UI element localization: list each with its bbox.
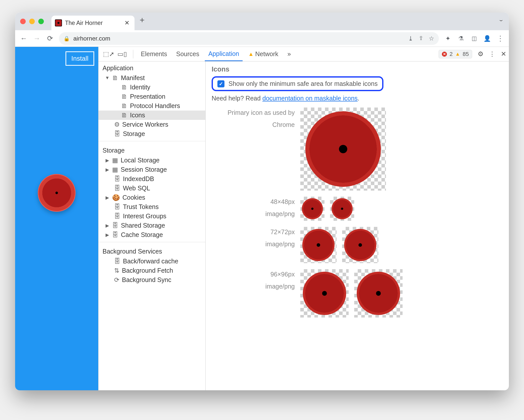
icon-size-48: 48×48px xyxy=(212,197,295,207)
bookmark-icon[interactable]: ☆ xyxy=(429,35,434,42)
minimize-window-button[interactable] xyxy=(29,19,35,24)
icon-preview-72b xyxy=(342,227,378,263)
settings-icon[interactable]: ⚙ xyxy=(478,50,483,58)
issue-counter[interactable]: ✕ 2 ▲ 85 xyxy=(439,50,472,58)
forward-button[interactable]: → xyxy=(31,33,42,44)
sidebar-item-indexeddb[interactable]: 🗄IndexedDB xyxy=(99,174,205,184)
url-text: airhorner.com xyxy=(73,35,110,42)
primary-icon-label-2: Chrome xyxy=(212,120,295,130)
sidebar-item-bfcache[interactable]: 🗄Back/forward cache xyxy=(99,257,205,266)
browser-window: The Air Horner ✕ ＋ ⌄ ← → ⟳ 🔒 airhorner.c… xyxy=(15,13,509,390)
sidebar-item-background-sync[interactable]: ⟳Background Sync xyxy=(99,275,205,285)
tab-elements[interactable]: Elements xyxy=(137,47,171,61)
sidebar-section-background: Background Services xyxy=(99,245,205,257)
sidebar-item-session-storage[interactable]: ▶▦Session Storage xyxy=(99,165,205,174)
help-text: Need help? Read documentation on maskabl… xyxy=(212,95,503,102)
more-tabs-button[interactable]: » xyxy=(284,47,294,61)
sidebar-item-trust-tokens[interactable]: 🗄Trust Tokens xyxy=(99,202,205,212)
share-icon[interactable]: ⇪ xyxy=(419,35,423,42)
device-toolbar-icon[interactable]: ▭▯ xyxy=(117,50,127,58)
icon-size-72: 72×72px xyxy=(212,227,295,237)
icon-preview-primary xyxy=(300,108,386,191)
icon-row-72: 72×72px image/png xyxy=(212,227,503,263)
error-icon: ✕ xyxy=(442,52,447,57)
icon-preview-48a xyxy=(300,197,324,221)
install-app-icon[interactable]: ⤓ xyxy=(408,35,413,42)
lock-icon: 🔒 xyxy=(63,36,70,42)
warning-icon: ▲ xyxy=(455,51,460,57)
checkbox-checked-icon[interactable]: ✓ xyxy=(217,80,224,87)
reload-button[interactable]: ⟳ xyxy=(44,33,55,44)
sidebar-item-presentation[interactable]: 🗎 Presentation xyxy=(99,92,205,101)
maximize-window-button[interactable] xyxy=(38,19,44,24)
icon-preview-96b xyxy=(354,269,403,318)
sidebar-item-shared-storage[interactable]: ▶🗄Shared Storage xyxy=(99,221,205,230)
browser-menu-button[interactable]: ⋮ xyxy=(495,33,506,44)
checkbox-label: Show only the minimum safe area for mask… xyxy=(228,80,378,87)
labs-icon[interactable]: ⚗ xyxy=(455,33,467,44)
icon-preview-96a xyxy=(300,269,349,318)
icons-panel: Icons ✓ Show only the minimum safe area … xyxy=(206,61,509,390)
back-button[interactable]: ← xyxy=(18,33,29,44)
install-button[interactable]: Install xyxy=(66,51,94,66)
page-content: Install xyxy=(15,47,98,390)
sidebar-section-storage: Storage xyxy=(99,144,205,156)
titlebar: The Air Horner ✕ ＋ ⌄ xyxy=(15,13,509,30)
devtools-tabstrip: ⬚➚ ▭▯ Elements Sources Application ▲Netw… xyxy=(99,47,509,61)
sidebar-item-cookies[interactable]: ▶🍪Cookies xyxy=(99,193,205,202)
icon-preview-48b xyxy=(330,197,354,221)
sidebar-item-websql[interactable]: 🗄Web SQL xyxy=(99,184,205,193)
sidebar-item-identity[interactable]: 🗎 Identity xyxy=(99,83,205,92)
new-tab-button[interactable]: ＋ xyxy=(138,14,146,25)
error-count: 2 xyxy=(449,51,452,57)
sidebar-item-cache-storage[interactable]: ▶🗄Cache Storage xyxy=(99,230,205,239)
sidebar-item-storage-app[interactable]: 🗄 Storage xyxy=(99,129,205,138)
devtools-menu-button[interactable]: ⋮ xyxy=(489,50,495,58)
viewport: Install ⬚➚ ▭▯ Elements Sources Applicati… xyxy=(15,47,509,390)
tab-sources[interactable]: Sources xyxy=(173,47,203,61)
side-panel-icon[interactable]: ◫ xyxy=(469,33,480,44)
devtools: ⬚➚ ▭▯ Elements Sources Application ▲Netw… xyxy=(98,47,509,390)
maskable-checkbox-row[interactable]: ✓ Show only the minimum safe area for ma… xyxy=(212,76,383,91)
airhorn-button[interactable] xyxy=(38,174,76,212)
sidebar-item-service-workers[interactable]: ⚙ Service Workers xyxy=(99,120,205,129)
panel-title: Icons xyxy=(212,65,503,73)
icon-type-72: image/png xyxy=(212,239,295,249)
tab-search-button[interactable]: ⌄ xyxy=(498,16,505,24)
sidebar-item-icons[interactable]: 🗎 Icons xyxy=(99,111,205,120)
close-window-button[interactable] xyxy=(20,19,26,24)
icon-preview-72a xyxy=(300,227,337,263)
icon-type-48: image/png xyxy=(212,209,295,219)
window-controls xyxy=(20,19,44,24)
sidebar-item-local-storage[interactable]: ▶▦Local Storage xyxy=(99,156,205,165)
icon-row-48: 48×48px image/png xyxy=(212,197,503,221)
primary-icon-row: Primary icon as used by Chrome xyxy=(212,108,503,191)
application-sidebar: Application ▼🗎 Manifest 🗎 Identity 🗎 Pre… xyxy=(99,61,206,390)
browser-toolbar: ← → ⟳ 🔒 airhorner.com ⤓ ⇪ ☆ ✦ ⚗ ◫ 👤 ⋮ xyxy=(15,30,509,47)
sidebar-item-background-fetch[interactable]: ⇅Background Fetch xyxy=(99,266,205,275)
inspect-element-icon[interactable]: ⬚➚ xyxy=(103,50,114,58)
browser-tab[interactable]: The Air Horner ✕ xyxy=(51,16,135,30)
icon-size-96: 96×96px xyxy=(212,269,295,279)
profile-avatar[interactable]: 👤 xyxy=(482,33,493,44)
maskable-docs-link[interactable]: documentation on maskable icons xyxy=(263,95,358,102)
favicon-icon xyxy=(55,19,62,26)
close-tab-button[interactable]: ✕ xyxy=(124,19,129,26)
tab-application[interactable]: Application xyxy=(205,47,243,61)
extensions-icon[interactable]: ✦ xyxy=(442,33,453,44)
address-bar[interactable]: 🔒 airhorner.com ⤓ ⇪ ☆ xyxy=(59,32,439,45)
tab-title: The Air Horner xyxy=(65,20,121,26)
sidebar-item-manifest[interactable]: ▼🗎 Manifest xyxy=(99,73,205,83)
icon-row-96: 96×96px image/png xyxy=(212,269,503,318)
warning-count: 85 xyxy=(463,51,469,57)
icon-type-96: image/png xyxy=(212,281,295,291)
close-devtools-button[interactable]: ✕ xyxy=(501,50,506,58)
primary-icon-label-1: Primary icon as used by xyxy=(212,108,295,118)
tab-network[interactable]: ▲Network xyxy=(245,47,282,61)
sidebar-item-interest-groups[interactable]: 🗄Interest Groups xyxy=(99,212,205,221)
sidebar-item-protocol-handlers[interactable]: 🗎 Protocol Handlers xyxy=(99,101,205,111)
sidebar-section-application: Application xyxy=(99,61,205,73)
